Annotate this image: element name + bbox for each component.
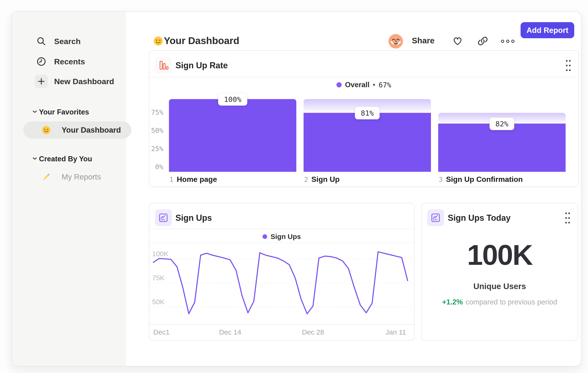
sidebar-section-title: Your Favorites [39, 108, 89, 116]
line-chart-icon [427, 209, 444, 226]
funnel-value-label: 100% [218, 93, 247, 106]
chevron-down-icon [32, 157, 37, 161]
sidebar-item-your-dashboard[interactable]: Your Dashboard [23, 121, 131, 139]
sidebar-item-label: My Reports [62, 172, 101, 181]
funnel-card: Sign Up Rate Overall • 67% 75%50%25%0%10… [149, 50, 579, 187]
page-title: Your Dashboard [164, 35, 239, 46]
metric-label: Unique Users [422, 282, 578, 291]
line-x-tick: Jan 11 [386, 328, 406, 336]
add-report-button[interactable]: Add Report [521, 22, 574, 38]
funnel-y-tick: 75% [135, 108, 163, 116]
legend-dot [262, 234, 267, 239]
metric-value: 100K [422, 239, 578, 271]
line-x-tick: Dec 28 [302, 328, 324, 336]
app-window: Search Recents New Dashboard Your Favori… [11, 11, 581, 366]
more-options-icon[interactable] [501, 38, 515, 45]
line-y-tick: 100K [152, 250, 168, 258]
favorite-heart-icon[interactable] [452, 35, 464, 48]
funnel-value-label: 82% [490, 118, 514, 130]
clock-icon [35, 55, 48, 68]
funnel-step-number: 2 [304, 176, 308, 183]
funnel-step-label: 2Sign Up [304, 175, 339, 184]
sidebar-item-label: Recents [54, 57, 85, 66]
funnel-step-name: Sign Up Confirmation [446, 175, 523, 184]
divider [149, 229, 414, 229]
line-series[interactable] [153, 252, 408, 314]
line-legend[interactable]: Sign Ups [149, 233, 414, 241]
main-content: Your Dashboard Share Add Report [125, 12, 581, 366]
funnel-y-tick: 0% [135, 163, 163, 171]
x-axis-line [149, 324, 414, 324]
sidebar-section-title: Created By You [39, 155, 92, 163]
sidebar-item-recents[interactable]: Recents [12, 53, 125, 70]
share-button[interactable]: Share [412, 36, 434, 45]
sidebar: Search Recents New Dashboard Your Favori… [12, 12, 126, 366]
metric-card: Sign Ups Today 100K Unique Users +1.2%co… [421, 203, 578, 341]
funnel-step-number: 3 [439, 176, 443, 183]
sidebar-item-search[interactable]: Search [12, 33, 125, 50]
sidebar-item-new-dashboard[interactable]: New Dashboard [12, 73, 125, 90]
funnel-bar-fill [169, 99, 296, 172]
card-title: Sign Ups Today [448, 213, 511, 223]
sidebar-item-label: Your Dashboard [62, 126, 121, 134]
line-chart-icon [155, 209, 172, 226]
funnel-value-label: 81% [355, 107, 380, 119]
metric-delta-row: +1.2%compared to previous period [422, 298, 578, 306]
sidebar-section-your-favorites[interactable]: Your Favorites [12, 106, 125, 119]
line-x-tick: Dec 14 [219, 328, 241, 336]
funnel-bar-fill [304, 113, 431, 172]
page: Search Recents New Dashboard Your Favori… [0, 0, 588, 373]
pencil-emoji-icon [42, 172, 51, 181]
funnel-step-name: Sign Up [311, 175, 339, 184]
card-title: Sign Ups [176, 213, 212, 223]
smiley-emoji-icon [42, 125, 51, 135]
funnel-bar-fill [438, 123, 566, 172]
funnel-step-label: 1Home page [169, 175, 217, 184]
funnel-step-number: 1 [169, 176, 173, 183]
line-y-tick: 50K [152, 298, 165, 306]
funnel-y-tick: 50% [135, 127, 163, 134]
funnel-y-tick: 25% [135, 145, 163, 153]
sidebar-section-created-by-you[interactable]: Created By You [12, 152, 125, 165]
funnel-plot: 75%50%25%0%100%1Home page81%2Sign Up82%3… [149, 51, 578, 186]
line-x-tick: Dec1 [153, 328, 170, 336]
drag-handle-icon[interactable] [564, 211, 571, 226]
line-chart-plot[interactable]: 100K75K50K [149, 243, 413, 324]
funnel-step-label: 3Sign Up Confirmation [439, 175, 523, 184]
sidebar-item-label: Search [54, 37, 81, 46]
user-avatar[interactable] [388, 34, 403, 50]
funnel-bar[interactable] [169, 99, 296, 172]
smiley-emoji-icon [153, 36, 163, 47]
search-icon [35, 35, 48, 48]
legend-label: Sign Ups [270, 233, 301, 241]
copy-link-icon[interactable] [477, 35, 489, 48]
line-y-tick: 75K [152, 274, 165, 282]
sidebar-item-label: New Dashboard [54, 77, 114, 86]
metric-delta: +1.2% [442, 298, 463, 306]
chevron-down-icon [32, 110, 37, 114]
line-chart-card: Sign Ups Sign Ups 100K75K50K Dec1Dec 14D… [149, 203, 415, 341]
funnel-step-name: Home page [177, 175, 217, 184]
plus-icon [35, 75, 48, 88]
sidebar-item-my-reports[interactable]: My Reports [23, 168, 131, 186]
x-axis-labels: Dec1Dec 14Dec 28Jan 11 [149, 328, 414, 338]
metric-delta-note: compared to previous period [465, 298, 557, 306]
